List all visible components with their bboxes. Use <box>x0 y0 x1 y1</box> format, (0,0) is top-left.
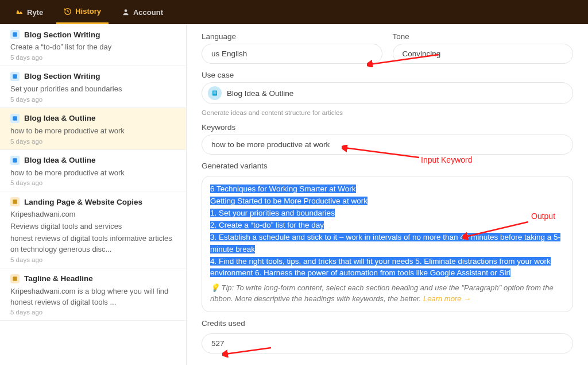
history-item-time: 5 days ago <box>10 54 176 61</box>
history-item-title: Blog Section Writing <box>24 72 100 80</box>
history-item-sub: how to be more productive at work <box>10 168 176 179</box>
history-type-icon <box>10 274 20 283</box>
nav-account-label: Account <box>133 8 163 17</box>
language-select[interactable]: us English <box>202 44 382 64</box>
keywords-input[interactable] <box>202 135 573 155</box>
variant-line[interactable]: 3. Establish a schedule and stick to it … <box>210 232 564 256</box>
svg-rect-5 <box>13 200 17 205</box>
history-item[interactable]: Blog Section WritingCreate a “to-do” lis… <box>0 24 186 66</box>
brand-icon <box>16 8 24 16</box>
history-item-sub: Kripeshadwani.com is a blog where you wi… <box>10 286 176 308</box>
tone-label: Tone <box>393 32 574 41</box>
usecase-label: Use case <box>202 71 573 79</box>
history-item-title: Tagline & Headline <box>24 274 93 283</box>
history-item-time: 5 days ago <box>10 309 176 316</box>
history-type-icon <box>10 30 20 39</box>
history-type-icon <box>10 114 20 123</box>
history-icon <box>64 7 72 16</box>
variant-line[interactable]: 6 Techniques for Working Smarter at Work <box>210 183 564 195</box>
history-type-icon <box>10 156 20 165</box>
user-icon <box>122 8 130 16</box>
nav-brand[interactable]: Ryte <box>8 0 51 24</box>
variant-line[interactable]: 1. Set your priorities and boundaries <box>210 208 564 220</box>
history-sidebar: Blog Section WritingCreate a “to-do” lis… <box>0 24 187 365</box>
variant-line[interactable]: 2. Create a “to-do” list for the day <box>210 220 564 232</box>
history-item-title: Landing Page & Website Copies <box>24 198 142 206</box>
nav-account[interactable]: Account <box>114 0 171 24</box>
history-item-sub: Kripeshadwani.com <box>10 209 176 220</box>
history-item-title: Blog Idea & Outline <box>24 156 96 164</box>
history-item[interactable]: Blog Idea & Outlinehow to be more produc… <box>0 108 186 150</box>
history-item-title: Blog Idea & Outline <box>24 114 96 122</box>
keywords-label: Keywords <box>202 123 573 132</box>
history-item[interactable]: Blog Section WritingSet your priorities … <box>0 66 186 108</box>
top-nav: Ryte History Account <box>0 0 588 24</box>
usecase-field: Use case Blog Idea & Outline Generate id… <box>202 71 573 116</box>
credits-field: Credits used 527 <box>202 319 573 354</box>
variants-label: Generated variants <box>202 162 573 170</box>
usecase-select[interactable]: Blog Idea & Outline <box>202 82 573 104</box>
keywords-field: Keywords <box>202 123 573 155</box>
doc-icon <box>208 86 222 100</box>
tip-text: 💡 Tip: To write long-form content, selec… <box>210 283 564 305</box>
variants-output[interactable]: 6 Techniques for Working Smarter at Work… <box>202 176 573 312</box>
history-item-sub: honest reviews of digital tools informat… <box>10 233 176 255</box>
variants-field: Generated variants 6 Techniques for Work… <box>202 162 573 312</box>
svg-rect-4 <box>13 158 17 163</box>
tone-select[interactable]: Convincing <box>393 44 574 64</box>
tone-field: Tone Convincing <box>393 32 574 64</box>
credits-value: 527 <box>202 333 573 354</box>
language-label: Language <box>202 32 382 41</box>
history-type-icon <box>10 197 20 206</box>
history-item-time: 5 days ago <box>10 138 176 145</box>
svg-rect-1 <box>13 32 17 37</box>
svg-point-0 <box>125 9 127 12</box>
history-item-sub: Create a “to-do” list for the day <box>10 42 176 53</box>
history-item-sub: how to be more productive at work <box>10 126 176 137</box>
svg-rect-9 <box>214 93 216 94</box>
history-item-sub: Reviews digital tools and services <box>10 221 176 232</box>
history-item-time: 5 days ago <box>10 179 176 186</box>
history-item[interactable]: Tagline & HeadlineKripeshadwani.com is a… <box>0 268 186 321</box>
usecase-value: Blog Idea & Outline <box>227 89 293 98</box>
nav-history[interactable]: History <box>56 0 109 24</box>
history-item-title: Blog Section Writing <box>24 30 100 39</box>
language-field: Language us English <box>202 32 382 64</box>
history-item-sub: Set your priorities and boundaries <box>10 84 176 95</box>
usecase-helper: Generate ideas and content structure for… <box>202 109 573 116</box>
svg-rect-8 <box>214 92 216 93</box>
variant-line[interactable]: Getting Started to be More Productive at… <box>210 195 564 208</box>
nav-brand-label: Ryte <box>27 8 43 17</box>
svg-rect-6 <box>13 276 17 281</box>
svg-rect-2 <box>13 74 17 79</box>
nav-history-label: History <box>75 7 101 16</box>
history-item-time: 5 days ago <box>10 96 176 103</box>
history-type-icon <box>10 72 20 81</box>
credits-label: Credits used <box>202 319 573 328</box>
svg-rect-3 <box>13 116 17 121</box>
main-panel: Language us English Tone Convincing Use … <box>187 24 588 365</box>
learn-more-link[interactable]: Learn more → <box>423 294 471 303</box>
variant-line[interactable]: 4. Find the right tools, tips, and trick… <box>210 256 564 280</box>
history-item[interactable]: Blog Idea & Outlinehow to be more produc… <box>0 150 186 192</box>
history-item[interactable]: Landing Page & Website CopiesKripeshadwa… <box>0 191 186 268</box>
history-item-time: 5 days ago <box>10 256 176 263</box>
